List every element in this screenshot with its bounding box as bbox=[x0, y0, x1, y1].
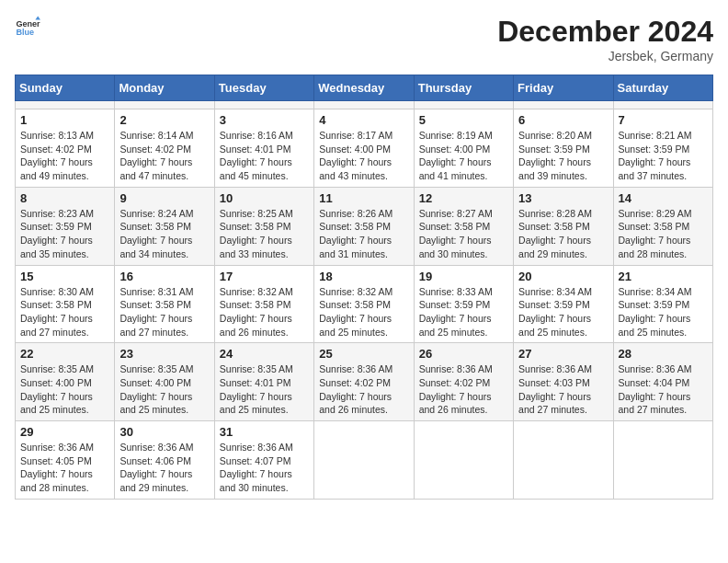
cell-content: Sunrise: 8:32 AMSunset: 3:58 PMDaylight:… bbox=[319, 285, 408, 339]
daylight-text: Daylight: 7 hours and 35 minutes. bbox=[20, 235, 93, 259]
daylight-text: Daylight: 7 hours and 27 minutes. bbox=[20, 313, 93, 338]
calendar-cell: 23Sunrise: 8:35 AMSunset: 4:00 PMDayligh… bbox=[115, 343, 214, 421]
logo-icon: General Blue bbox=[15, 15, 40, 40]
sunrise-text: Sunrise: 8:26 AM bbox=[319, 208, 392, 219]
cell-content: Sunrise: 8:28 AMSunset: 3:58 PMDaylight:… bbox=[518, 207, 608, 261]
sunset-text: Sunset: 4:02 PM bbox=[319, 377, 391, 388]
sunrise-text: Sunrise: 8:36 AM bbox=[220, 442, 293, 453]
sunrise-text: Sunrise: 8:29 AM bbox=[619, 208, 692, 219]
sunset-text: Sunset: 4:02 PM bbox=[119, 144, 191, 155]
day-number: 23 bbox=[119, 347, 209, 361]
day-of-week-header: Friday bbox=[514, 75, 613, 101]
sunset-text: Sunset: 3:59 PM bbox=[619, 299, 690, 310]
sunrise-text: Sunrise: 8:30 AM bbox=[20, 286, 94, 297]
calendar-cell bbox=[414, 421, 513, 500]
daylight-text: Daylight: 7 hours and 25 minutes. bbox=[220, 391, 292, 416]
day-of-week-header: Monday bbox=[115, 75, 214, 101]
calendar-cell bbox=[613, 421, 712, 500]
cell-content: Sunrise: 8:32 AMSunset: 3:58 PMDaylight:… bbox=[220, 285, 309, 339]
calendar-cell: 29Sunrise: 8:36 AMSunset: 4:05 PMDayligh… bbox=[16, 421, 115, 500]
sunrise-text: Sunrise: 8:21 AM bbox=[619, 130, 692, 141]
day-number: 26 bbox=[419, 347, 508, 361]
daylight-text: Daylight: 7 hours and 25 minutes. bbox=[619, 313, 691, 338]
daylight-text: Daylight: 7 hours and 30 minutes. bbox=[419, 235, 492, 259]
cell-content: Sunrise: 8:35 AMSunset: 4:00 PMDaylight:… bbox=[20, 362, 109, 417]
cell-content: Sunrise: 8:21 AMSunset: 3:59 PMDaylight:… bbox=[619, 129, 708, 183]
calendar-cell: 14Sunrise: 8:29 AMSunset: 3:58 PMDayligh… bbox=[613, 187, 712, 265]
calendar-cell: 22Sunrise: 8:35 AMSunset: 4:00 PMDayligh… bbox=[16, 343, 115, 421]
calendar-week-row: 8Sunrise: 8:23 AMSunset: 3:59 PMDaylight… bbox=[16, 187, 713, 265]
day-number: 28 bbox=[619, 347, 708, 361]
daylight-text: Daylight: 7 hours and 30 minutes. bbox=[220, 468, 292, 493]
calendar-cell: 31Sunrise: 8:36 AMSunset: 4:07 PMDayligh… bbox=[214, 421, 313, 500]
cell-content: Sunrise: 8:36 AMSunset: 4:06 PMDaylight:… bbox=[119, 441, 209, 495]
calendar-cell bbox=[115, 101, 214, 109]
calendar-cell: 27Sunrise: 8:36 AMSunset: 4:03 PMDayligh… bbox=[514, 343, 613, 421]
sunset-text: Sunset: 3:58 PM bbox=[319, 299, 391, 310]
sunrise-text: Sunrise: 8:34 AM bbox=[518, 286, 592, 297]
calendar-cell: 8Sunrise: 8:23 AMSunset: 3:59 PMDaylight… bbox=[16, 187, 115, 265]
day-number: 24 bbox=[220, 347, 309, 361]
day-number: 29 bbox=[20, 425, 109, 439]
calendar-cell: 16Sunrise: 8:31 AMSunset: 3:58 PMDayligh… bbox=[115, 265, 214, 343]
day-of-week-header: Wednesday bbox=[314, 75, 414, 101]
sunset-text: Sunset: 4:00 PM bbox=[20, 377, 92, 388]
cell-content: Sunrise: 8:14 AMSunset: 4:02 PMDaylight:… bbox=[119, 129, 209, 183]
sunrise-text: Sunrise: 8:36 AM bbox=[20, 442, 94, 453]
calendar-week-row: 22Sunrise: 8:35 AMSunset: 4:00 PMDayligh… bbox=[16, 343, 713, 421]
sunrise-text: Sunrise: 8:32 AM bbox=[319, 286, 392, 297]
day-number: 13 bbox=[518, 191, 608, 205]
calendar-header-row: SundayMondayTuesdayWednesdayThursdayFrid… bbox=[16, 75, 713, 101]
cell-content: Sunrise: 8:20 AMSunset: 3:59 PMDaylight:… bbox=[518, 129, 608, 183]
daylight-text: Daylight: 7 hours and 28 minutes. bbox=[619, 235, 691, 259]
day-number: 18 bbox=[319, 270, 408, 283]
sunrise-text: Sunrise: 8:32 AM bbox=[220, 286, 293, 297]
cell-content: Sunrise: 8:25 AMSunset: 3:58 PMDaylight:… bbox=[220, 207, 309, 261]
sunset-text: Sunset: 3:59 PM bbox=[419, 299, 491, 310]
calendar-cell: 21Sunrise: 8:34 AMSunset: 3:59 PMDayligh… bbox=[613, 265, 712, 343]
daylight-text: Daylight: 7 hours and 26 minutes. bbox=[419, 391, 492, 416]
daylight-text: Daylight: 7 hours and 25 minutes. bbox=[419, 313, 492, 338]
daylight-text: Daylight: 7 hours and 31 minutes. bbox=[319, 235, 392, 259]
logo: General Blue bbox=[15, 15, 40, 40]
day-number: 22 bbox=[20, 347, 109, 361]
sunset-text: Sunset: 3:58 PM bbox=[20, 299, 92, 310]
calendar-table: SundayMondayTuesdayWednesdayThursdayFrid… bbox=[15, 75, 713, 500]
calendar-cell bbox=[613, 101, 712, 109]
svg-text:Blue: Blue bbox=[16, 28, 34, 37]
sunset-text: Sunset: 4:03 PM bbox=[518, 377, 590, 388]
calendar-cell: 30Sunrise: 8:36 AMSunset: 4:06 PMDayligh… bbox=[115, 421, 214, 500]
calendar-cell: 12Sunrise: 8:27 AMSunset: 3:58 PMDayligh… bbox=[414, 187, 513, 265]
sunrise-text: Sunrise: 8:27 AM bbox=[419, 208, 493, 219]
daylight-text: Daylight: 7 hours and 47 minutes. bbox=[119, 156, 192, 181]
day-number: 2 bbox=[119, 113, 209, 127]
calendar-cell bbox=[16, 101, 115, 109]
day-number: 15 bbox=[20, 270, 109, 283]
sunset-text: Sunset: 4:02 PM bbox=[419, 377, 491, 388]
cell-content: Sunrise: 8:30 AMSunset: 3:58 PMDaylight:… bbox=[20, 285, 109, 339]
title-area: December 2024 Jersbek, Germany bbox=[497, 15, 713, 63]
calendar-cell: 11Sunrise: 8:26 AMSunset: 3:58 PMDayligh… bbox=[314, 187, 414, 265]
svg-marker-2 bbox=[35, 16, 40, 19]
sunrise-text: Sunrise: 8:20 AM bbox=[518, 130, 592, 141]
calendar-cell bbox=[214, 101, 313, 109]
calendar-body: 1Sunrise: 8:13 AMSunset: 4:02 PMDaylight… bbox=[16, 101, 713, 500]
cell-content: Sunrise: 8:26 AMSunset: 3:58 PMDaylight:… bbox=[319, 207, 408, 261]
daylight-text: Daylight: 7 hours and 49 minutes. bbox=[20, 156, 93, 181]
daylight-text: Daylight: 7 hours and 33 minutes. bbox=[220, 235, 292, 259]
daylight-text: Daylight: 7 hours and 29 minutes. bbox=[119, 468, 192, 493]
sunset-text: Sunset: 4:00 PM bbox=[419, 144, 491, 155]
day-number: 21 bbox=[619, 270, 708, 283]
calendar-cell: 15Sunrise: 8:30 AMSunset: 3:58 PMDayligh… bbox=[16, 265, 115, 343]
sunset-text: Sunset: 4:07 PM bbox=[220, 455, 291, 466]
day-number: 9 bbox=[119, 191, 209, 205]
day-number: 7 bbox=[619, 113, 708, 127]
calendar-cell: 28Sunrise: 8:36 AMSunset: 4:04 PMDayligh… bbox=[613, 343, 712, 421]
svg-text:General: General bbox=[16, 19, 40, 29]
sunset-text: Sunset: 3:58 PM bbox=[619, 221, 690, 232]
day-of-week-header: Saturday bbox=[613, 75, 712, 101]
calendar-cell: 1Sunrise: 8:13 AMSunset: 4:02 PMDaylight… bbox=[16, 109, 115, 188]
sunrise-text: Sunrise: 8:34 AM bbox=[619, 286, 692, 297]
sunrise-text: Sunrise: 8:28 AM bbox=[518, 208, 592, 219]
sunset-text: Sunset: 3:58 PM bbox=[220, 299, 291, 310]
